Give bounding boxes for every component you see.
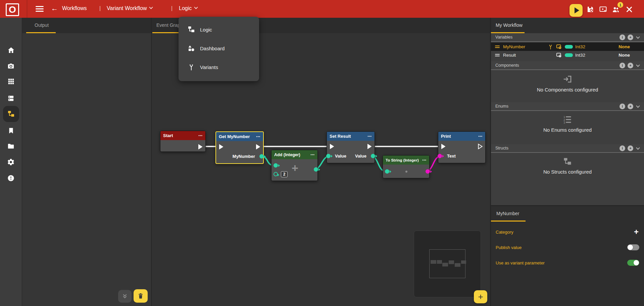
data-out-port[interactable] — [426, 169, 430, 174]
minimap[interactable] — [414, 231, 481, 297]
variable-row-mynumber[interactable]: MyNumber Int32 None — [491, 43, 644, 51]
sidebar-item-alerts[interactable] — [0, 171, 22, 185]
import-icon — [491, 74, 644, 84]
node-title: To String (Integer) — [386, 158, 419, 162]
data-in-port-2[interactable] — [274, 172, 278, 176]
exec-out-pin[interactable] — [198, 144, 203, 150]
enums-section-header: Enums i + — [491, 102, 644, 111]
node-set-result[interactable]: Set Result ••• Value Value — [327, 131, 375, 163]
node-start[interactable]: Start ••• — [160, 131, 206, 152]
exec-in-pin[interactable] — [218, 144, 224, 150]
node-menu-icon[interactable]: ••• — [479, 135, 483, 138]
node-add-integer[interactable]: Add (Integer) ••• 2 + — [271, 150, 318, 181]
variable-row-result[interactable]: Result Int32 None — [491, 51, 644, 59]
menu-item-dashboard[interactable]: Dashboard — [179, 39, 259, 58]
tab-mynumber[interactable]: MyNumber — [496, 211, 519, 216]
node-set-result-header: Set Result ••• — [327, 132, 375, 141]
section-title: Variables — [495, 35, 620, 40]
variant-parameter-toggle[interactable] — [627, 260, 639, 266]
minimap-node — [431, 260, 436, 264]
sidebar-item-files[interactable] — [0, 139, 22, 154]
home-icon — [7, 46, 15, 54]
view-dropdown[interactable]: Logic — [179, 5, 197, 11]
minimap-node — [455, 263, 460, 267]
sidebar-item-workflows[interactable] — [0, 107, 22, 121]
section-title: Enums — [495, 104, 620, 109]
exec-out-pin[interactable] — [367, 143, 372, 149]
add-struct-button[interactable]: + — [628, 145, 633, 151]
info-icon[interactable]: i — [620, 35, 625, 40]
menu-item-variants[interactable]: Variants — [179, 58, 259, 76]
data-in-port[interactable] — [438, 154, 442, 158]
empty-text: No Components configured — [491, 87, 644, 93]
sidebar-item-camera[interactable] — [0, 58, 22, 73]
tab-my-workflow[interactable]: My Workflow — [496, 22, 523, 28]
minimap-node — [461, 260, 466, 264]
data-in-port-1[interactable] — [274, 163, 278, 168]
sidebar-item-devices[interactable] — [0, 91, 22, 106]
node-menu-icon[interactable]: ••• — [423, 159, 427, 162]
data-in-port[interactable] — [385, 169, 389, 174]
minimap-node — [442, 263, 448, 266]
drag-handle-icon[interactable] — [495, 53, 500, 57]
scroll-to-bottom-button[interactable] — [118, 290, 132, 303]
node-to-string-header: To String (Integer) ••• — [383, 156, 429, 165]
node-get-mynumber[interactable]: Get MyNumber ••• MyNumber — [215, 131, 264, 164]
screen-settings-icon[interactable] — [599, 5, 607, 13]
collapse-chevron-icon[interactable] — [636, 104, 640, 108]
info-icon[interactable]: i — [620, 145, 625, 151]
add-operator-symbol: + — [292, 162, 298, 175]
add-enum-button[interactable]: + — [628, 104, 633, 109]
sidebar-item-home[interactable] — [0, 43, 22, 58]
tab-output[interactable]: Output — [35, 22, 49, 28]
workflow-name-dropdown[interactable]: Variant Workflow — [107, 5, 152, 11]
add-component-button[interactable]: + — [628, 63, 633, 68]
node-to-string[interactable]: To String (Integer) ••• — [383, 155, 430, 178]
drag-handle-icon[interactable] — [495, 45, 500, 49]
node-menu-icon[interactable]: ••• — [199, 134, 203, 137]
back-arrow-icon[interactable]: ← — [51, 4, 58, 12]
node-start-header: Start ••• — [160, 131, 205, 140]
node-title: Set Result — [330, 134, 351, 139]
empty-text: No Structs configured — [491, 169, 644, 175]
data-out-port[interactable] — [259, 154, 264, 159]
data-out-port[interactable] — [371, 154, 375, 158]
property-label: Use as variant parameter — [496, 260, 627, 265]
collapse-chevron-icon[interactable] — [636, 146, 640, 149]
sidebar-item-bookmarks[interactable] — [0, 123, 22, 138]
exec-out-pin[interactable] — [255, 144, 261, 150]
exec-in-pin[interactable] — [329, 143, 335, 149]
edit-tools-icon[interactable] — [625, 5, 634, 13]
data-out-port[interactable] — [314, 167, 318, 172]
run-workflow-button[interactable] — [569, 4, 583, 17]
info-icon[interactable]: i — [620, 63, 625, 68]
exec-in-pin[interactable] — [441, 143, 446, 149]
menu-item-logic[interactable]: Logic — [179, 20, 259, 39]
breadcrumb-workflows[interactable]: Workflows — [62, 5, 87, 11]
data-in-port[interactable] — [326, 154, 331, 158]
notification-badge[interactable]: 1 — [617, 2, 623, 8]
sidebar-item-settings[interactable] — [0, 155, 22, 169]
app-logo[interactable]: O — [6, 3, 19, 16]
port-value-input[interactable]: 2 — [281, 171, 288, 177]
sidebar-item-apps[interactable] — [0, 74, 22, 89]
save-link-icon[interactable] — [586, 5, 595, 13]
add-category-button[interactable]: + — [634, 227, 639, 237]
hamburger-menu-icon[interactable] — [36, 6, 44, 12]
node-menu-icon[interactable]: ••• — [368, 135, 372, 138]
publish-value-toggle[interactable] — [627, 244, 639, 250]
collapse-chevron-icon[interactable] — [636, 35, 640, 39]
exec-out-pin-unconnected[interactable] — [478, 143, 483, 149]
collapse-chevron-icon[interactable] — [636, 63, 640, 67]
section-title: Components — [495, 63, 620, 68]
info-icon[interactable]: i — [620, 104, 625, 109]
node-print[interactable]: Print ••• Text — [438, 131, 486, 163]
add-variable-button[interactable]: + — [628, 35, 633, 40]
left-sidebar — [0, 18, 22, 306]
breadcrumb-separator: | — [99, 5, 101, 11]
clear-output-button[interactable] — [134, 289, 148, 303]
logic-tree-icon — [187, 25, 195, 34]
add-node-button[interactable]: + — [474, 290, 487, 303]
node-menu-icon[interactable]: ••• — [311, 153, 315, 157]
node-menu-icon[interactable]: ••• — [256, 135, 260, 138]
